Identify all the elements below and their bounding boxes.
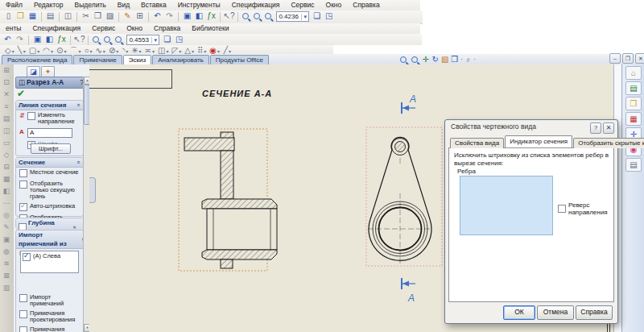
vertical-tool-icon[interactable]: ⊠ (0, 270, 13, 282)
section-line-arrows[interactable]: А А (402, 93, 416, 304)
menu-item[interactable]: Выделить (69, 0, 112, 10)
vertical-tool-icon[interactable]: ⊟ (0, 161, 13, 173)
vertical-tool-icon[interactable]: ≡ (0, 101, 13, 113)
tab-annotation[interactable]: Примечание (73, 55, 122, 64)
new-icon[interactable]: ▯ (2, 10, 14, 21)
ok-button[interactable]: ОК (503, 305, 535, 320)
menu-item[interactable]: Инструменты (172, 0, 226, 10)
task-pane-tab-icon[interactable]: ▤ (625, 81, 642, 95)
group-header[interactable]: Импорт примечаний из« (16, 230, 83, 249)
vertical-tool-icon[interactable]: ▭ (0, 137, 13, 149)
reverse-direction-checkbox[interactable] (558, 205, 566, 213)
vertical-tool-icon[interactable]: ⋯ (0, 197, 13, 210)
auto-hatch-checkbox[interactable] (19, 203, 27, 211)
zoom-scale-combo[interactable]: 0.4553▾ (126, 35, 159, 45)
vertical-tool-icon[interactable]: ✕ (0, 89, 13, 101)
help-button[interactable]: Справка (576, 305, 613, 320)
menu-item[interactable]: енты (0, 23, 27, 33)
vertical-tool-icon[interactable]: ▦ (0, 173, 13, 185)
menu-item[interactable]: Библиотеки (186, 23, 234, 33)
cascade-icon[interactable]: ◳ (323, 10, 335, 21)
sketch-icon[interactable]: ▣ (31, 34, 43, 44)
zoom-fit-icon[interactable] (92, 35, 101, 45)
print-preview-icon[interactable]: ◫ (62, 10, 74, 21)
vertical-tool-icon[interactable]: ⊞ (0, 64, 13, 77)
menu-item[interactable]: Файл (0, 0, 28, 10)
whats-this-icon[interactable]: ↖? (223, 10, 235, 21)
vertical-tool-icon[interactable]: ◫ (0, 125, 13, 137)
window-icon[interactable]: ❏ (161, 34, 173, 44)
whats-this-icon[interactable]: ↖? (73, 34, 85, 44)
paste-icon[interactable]: ▨ (104, 10, 116, 21)
dialog-help-icon[interactable]: ? (590, 122, 601, 134)
note-icon[interactable]: ◧ (43, 34, 56, 44)
redo-icon[interactable]: ↷ (163, 10, 175, 21)
undo-icon[interactable]: ↶ (2, 34, 14, 44)
menu-item[interactable]: Сервис (86, 23, 121, 33)
annotation-views-listbox[interactable]: (А) Слева (20, 251, 79, 273)
sketch-icon[interactable]: ▣ (181, 10, 193, 21)
menu-item[interactable]: Окно (121, 23, 148, 33)
tab-view-layout[interactable]: Расположение вида (2, 55, 72, 64)
font-button[interactable]: Шрифт... (31, 143, 71, 154)
vertical-tool-icon[interactable]: ▥ (0, 282, 13, 294)
note-icon[interactable]: ◧ (193, 10, 205, 21)
tab-office-products[interactable]: Продукты Office (210, 55, 269, 64)
tab-evaluate[interactable]: Анализировать (152, 55, 209, 64)
open-icon[interactable]: ❒ (14, 10, 27, 21)
dialog-close-icon[interactable]: ✕ (603, 122, 614, 134)
task-pane-tab-icon[interactable]: ⌂ (625, 66, 642, 80)
group-header[interactable]: Линия сечения« (16, 101, 83, 110)
shaded-view-icon[interactable]: ▧ (440, 54, 450, 64)
view-orientation-icon[interactable]: ❒ (450, 54, 460, 64)
collapse-chevron-icon[interactable]: « (75, 161, 84, 164)
edges-listbox[interactable] (460, 176, 553, 235)
zoom-area-icon[interactable] (253, 12, 262, 22)
task-pane-tab-icon[interactable]: ▤ (625, 158, 642, 172)
task-pane-tab-icon[interactable]: ❒ (625, 97, 642, 110)
menu-item[interactable]: Вставка (135, 0, 172, 10)
cascade-icon[interactable]: ◳ (173, 34, 185, 44)
vertical-tool-icon[interactable]: ◧ (0, 185, 13, 197)
minimize-button[interactable]: – (609, 53, 621, 64)
menu-item[interactable]: Спецификация (226, 0, 286, 10)
collapse-chevron-icon[interactable]: « (75, 104, 84, 107)
show-cut-face-checkbox[interactable] (19, 181, 27, 189)
zoom-out-icon[interactable] (411, 56, 420, 65)
vertical-tool-icon[interactable]: ◍ (0, 246, 13, 258)
combo-arrow-icon[interactable]: ▾ (151, 37, 157, 44)
menu-item[interactable]: Вид (112, 0, 135, 10)
tab-sketch[interactable]: Эскиз (123, 55, 151, 64)
combo-arrow-icon[interactable]: ▾ (301, 14, 307, 20)
menu-item[interactable]: Спецификация (27, 23, 86, 33)
format-painter-icon[interactable]: ✎ (122, 10, 134, 21)
zoom-inout-icon[interactable] (114, 35, 124, 45)
restore-button[interactable]: ❐ (622, 53, 634, 64)
menu-item[interactable]: Редактор (28, 0, 69, 10)
local-section-checkbox[interactable] (19, 169, 27, 177)
cancel-button[interactable]: Отмена (537, 305, 574, 320)
menu-item[interactable]: Окно (320, 0, 348, 10)
undo-icon[interactable]: ↶ (151, 10, 163, 21)
design-annotations-checkbox[interactable] (19, 310, 27, 318)
view-item-checkbox[interactable] (23, 253, 31, 261)
vertical-tool-icon[interactable]: ▤ (0, 113, 13, 125)
window-icon[interactable]: ❏ (311, 10, 323, 21)
save-icon[interactable]: ▦ (27, 10, 39, 21)
redo-icon[interactable]: ↷ (14, 34, 26, 44)
panel-scrollbar[interactable]: ▲ ▼ (83, 77, 89, 332)
menu-item[interactable]: Сервис (285, 0, 320, 10)
vertical-tool-icon[interactable]: ◇ (0, 149, 13, 161)
copy-icon[interactable]: ❐ (92, 10, 104, 21)
vertical-tool-icon[interactable]: ▣ (0, 234, 13, 246)
cut-icon[interactable]: ✂ (80, 10, 92, 21)
zoom-in-icon[interactable] (399, 56, 409, 65)
task-pane-tab-icon[interactable]: ▦ (625, 112, 642, 126)
parent-view[interactable]: А А (358, 90, 455, 305)
equation-icon[interactable]: ƒx (56, 34, 68, 44)
vertical-tool-icon[interactable]: ✎ (0, 222, 13, 234)
close-button[interactable]: ✕ (635, 53, 644, 64)
tab-section-indicator[interactable]: Индикатор сечения (505, 135, 572, 147)
panel-flyout-handle[interactable] (89, 177, 96, 203)
menu-item[interactable]: Справка (347, 0, 385, 10)
